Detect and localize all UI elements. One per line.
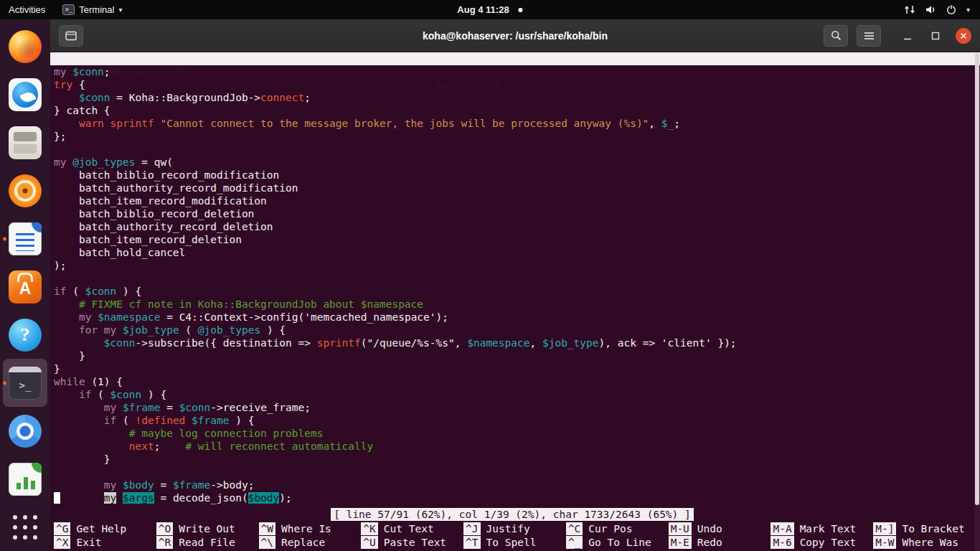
shortcut-key: ^K bbox=[361, 522, 377, 535]
code-line[interactable]: } bbox=[54, 349, 974, 362]
code-line[interactable]: warn sprintf "Cannot connect to the mess… bbox=[54, 117, 974, 130]
shortcut-justify: ^JJustify bbox=[463, 522, 563, 535]
code-line[interactable]: batch_biblio_record_modification bbox=[54, 169, 974, 182]
minimize-icon bbox=[903, 32, 912, 40]
terminal-content[interactable]: GNU nano 4.8 background_jobs_worker.pl m… bbox=[50, 52, 980, 551]
code-line[interactable] bbox=[54, 272, 974, 285]
volume-icon bbox=[925, 4, 936, 15]
chevron-down-icon: ▾ bbox=[118, 6, 122, 14]
code-line[interactable]: try { bbox=[54, 78, 974, 91]
minimize-button[interactable] bbox=[900, 28, 915, 44]
shortcut-key: ^G bbox=[54, 522, 70, 535]
nano-status-bar: [ line 57/91 (62%), col 1/39 (2%), char … bbox=[50, 508, 974, 521]
dock bbox=[0, 19, 50, 551]
code-line[interactable]: if ( $conn ) { bbox=[54, 285, 974, 298]
search-button[interactable] bbox=[824, 25, 848, 47]
dock-item-rhythmbox[interactable] bbox=[3, 166, 47, 215]
firefox-icon bbox=[9, 30, 42, 63]
shortcut-label: Get Help bbox=[76, 522, 126, 535]
shortcut-label: Justify bbox=[486, 522, 530, 535]
code-line[interactable]: ); bbox=[54, 259, 974, 272]
code-line[interactable]: batch_authority_record_modification bbox=[54, 182, 974, 194]
code-line[interactable]: batch_authority_record_deletion bbox=[54, 220, 974, 233]
scrollbar-thumb[interactable] bbox=[975, 53, 979, 505]
code-line[interactable]: if ( !defined $frame ) { bbox=[54, 414, 974, 427]
dock-item-help[interactable] bbox=[3, 311, 47, 359]
code-line[interactable]: batch_item_record_deletion bbox=[54, 233, 974, 246]
dock-item-chromium[interactable] bbox=[3, 407, 47, 455]
code-line[interactable]: my $frame = $conn->receive_frame; bbox=[54, 401, 974, 414]
code-line[interactable]: batch_hold_cancel bbox=[54, 246, 974, 259]
shortcut-key: M-W bbox=[873, 536, 896, 549]
code-line[interactable]: }; bbox=[54, 130, 974, 143]
dock-item-terminal[interactable] bbox=[3, 359, 47, 407]
nano-code[interactable]: my $conn;try { $conn = Koha::BackgroundJ… bbox=[54, 65, 974, 504]
code-line[interactable]: my $args = decode_json($body); bbox=[54, 491, 974, 504]
clock-label: Aug 4 11:28 bbox=[457, 4, 509, 15]
desktop: Activities Terminal ▾ Aug 4 11:28 bbox=[0, 0, 980, 551]
dock-item-firefox[interactable] bbox=[3, 22, 47, 70]
scrollbar[interactable] bbox=[974, 52, 980, 551]
new-tab-button[interactable] bbox=[59, 25, 83, 47]
clock[interactable]: Aug 4 11:28 bbox=[448, 0, 531, 19]
thunderbird-icon bbox=[9, 78, 42, 111]
network-arrows-icon bbox=[904, 4, 915, 15]
shortcut-key: ^O bbox=[156, 522, 173, 535]
maximize-icon bbox=[931, 32, 940, 40]
maximize-button[interactable] bbox=[928, 28, 943, 44]
code-line[interactable]: $conn = Koha::BackgroundJob->connect; bbox=[54, 91, 974, 104]
dock-item-app-grid[interactable] bbox=[3, 503, 47, 551]
code-line[interactable]: next; # will reconnect automatically bbox=[54, 440, 974, 453]
code-line[interactable] bbox=[54, 143, 974, 156]
shortcut-write-out: ^OWrite Out bbox=[156, 522, 256, 535]
shortcut-label: Paste Text bbox=[384, 536, 446, 549]
shortcut-cut-text: ^KCut Text bbox=[361, 522, 461, 535]
dock-item-files[interactable] bbox=[3, 118, 47, 166]
code-line[interactable]: batch_biblio_record_deletion bbox=[54, 207, 974, 220]
menu-button[interactable] bbox=[857, 25, 881, 47]
code-line[interactable]: # maybe log connection problems bbox=[54, 427, 974, 440]
shortcut-key: ^\ bbox=[259, 536, 275, 549]
new-tab-icon bbox=[65, 31, 77, 41]
shortcut-where-was: M-WWhere Was bbox=[873, 535, 973, 549]
shortcut-key: ^R bbox=[156, 536, 173, 549]
dock-item-thunderbird[interactable] bbox=[3, 70, 47, 118]
code-line[interactable]: my $conn; bbox=[54, 65, 974, 78]
code-line[interactable]: # FIXME cf note in Koha::BackgroundJob a… bbox=[54, 298, 974, 311]
shortcut-go-to-line: ^_Go To Line bbox=[566, 535, 666, 549]
code-line[interactable]: my @job_types = qw( bbox=[54, 156, 974, 169]
code-line[interactable]: batch_item_record_modification bbox=[54, 194, 974, 207]
running-indicator-dot bbox=[3, 237, 6, 240]
menu-icon bbox=[864, 32, 875, 40]
nano-status-text: [ line 57/91 (62%), col 1/39 (2%), char … bbox=[331, 508, 694, 521]
dock-item-ubuntu-software[interactable] bbox=[3, 263, 47, 311]
code-line[interactable]: while (1) { bbox=[54, 375, 974, 388]
code-line[interactable]: if ( $conn ) { bbox=[54, 388, 974, 401]
shortcut-label: Cut Text bbox=[384, 522, 434, 535]
code-line[interactable]: } bbox=[54, 362, 974, 375]
shortcut-paste-text: ^UPaste Text bbox=[361, 535, 461, 549]
shortcut-get-help: ^GGet Help bbox=[54, 522, 154, 535]
code-line[interactable]: for my $job_type ( @job_types ) { bbox=[54, 324, 974, 336]
code-line[interactable]: $conn->subscribe({ destination => sprint… bbox=[54, 336, 974, 349]
shortcut-key: ^J bbox=[463, 522, 480, 535]
code-line[interactable]: my $body = $frame->body; bbox=[54, 479, 974, 491]
system-tray[interactable]: ▾ bbox=[895, 0, 979, 19]
shortcut-label: Redo bbox=[697, 536, 722, 549]
dock-item-libreoffice-calc[interactable] bbox=[3, 455, 47, 503]
close-button[interactable] bbox=[956, 28, 971, 44]
activities-button[interactable]: Activities bbox=[0, 0, 54, 19]
code-line[interactable]: my $namespace = C4::Context->config('mem… bbox=[54, 311, 974, 324]
files-icon bbox=[9, 126, 42, 159]
dock-item-libreoffice-writer[interactable] bbox=[3, 215, 47, 263]
shortcut-key: M-E bbox=[669, 536, 692, 549]
app-menu[interactable]: Terminal ▾ bbox=[54, 0, 131, 19]
shortcut-label: Write Out bbox=[179, 522, 235, 535]
code-line[interactable] bbox=[54, 466, 974, 479]
shortcut-mark-text: M-AMark Text bbox=[771, 522, 870, 535]
search-icon bbox=[831, 30, 842, 41]
code-line[interactable]: } catch { bbox=[54, 104, 974, 117]
ubuntu-software-icon bbox=[9, 270, 42, 303]
shortcut-to-bracket: M-]To Bracket bbox=[873, 522, 973, 535]
code-line[interactable]: } bbox=[54, 453, 974, 466]
